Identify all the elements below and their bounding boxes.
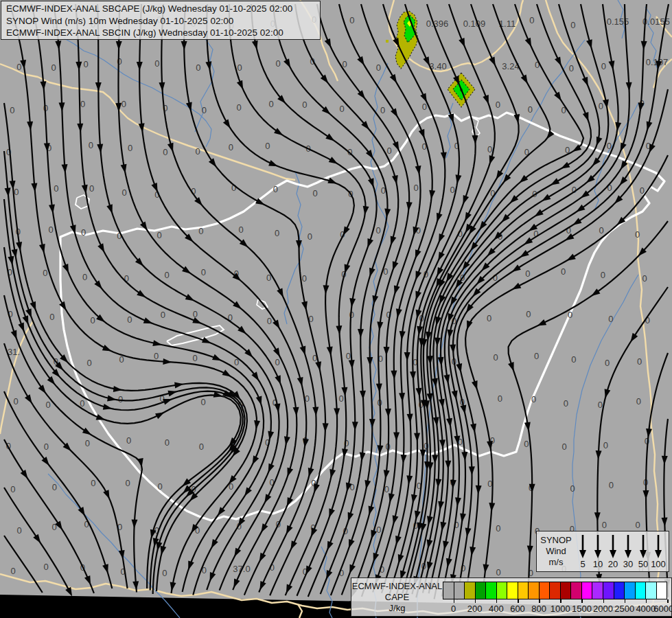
cape-tick-mark — [667, 599, 669, 603]
zero-label: 0 — [561, 266, 566, 277]
wind-speed-item: 50 — [636, 534, 651, 571]
zero-label: 0 — [570, 20, 575, 30]
cape-tick-label: 2500 — [614, 604, 634, 614]
zero-label: 0 — [642, 273, 647, 284]
zero-label: 0 — [302, 273, 307, 284]
cape-tick-mark — [475, 599, 476, 603]
station-value-label: 0.109 — [463, 19, 486, 29]
cape-tick-mark — [625, 599, 626, 603]
cape-tick-mark — [581, 599, 583, 603]
zero-label: 0 — [91, 478, 95, 488]
wind-legend-unit: m/s — [537, 557, 575, 568]
map-canvas: 0000000000000000000000000000000000000000… — [0, 0, 672, 618]
zero-label: 0 — [192, 353, 197, 363]
zero-label: 0 — [154, 58, 159, 69]
zero-label: 0 — [487, 144, 492, 154]
zero-label: 0 — [267, 316, 272, 326]
cape-color-cell — [454, 582, 465, 599]
zero-label: 0 — [196, 62, 200, 73]
zero-label: 0 — [121, 99, 126, 109]
zero-label: 0 — [313, 188, 318, 198]
zero-label: 0 — [83, 59, 88, 69]
wind-arrow-icon — [636, 534, 651, 560]
cape-tick-label: 800 — [531, 604, 546, 614]
wind-speed-label: 30 — [621, 560, 636, 569]
zero-label: 0 — [346, 351, 351, 361]
cape-color-cell — [636, 582, 647, 599]
zero-label: 0 — [528, 104, 533, 115]
zero-label: 0 — [564, 398, 568, 409]
zero-label: 0 — [571, 354, 576, 365]
zero-label: 0 — [89, 183, 94, 194]
cape-color-cell — [507, 582, 518, 599]
zero-label: 0 — [163, 147, 167, 157]
cape-legend: ECMWF-INDEX-ANAL CAPE J/kg 0200400600800… — [351, 577, 672, 617]
zero-label: 0 — [162, 568, 167, 578]
zero-label: 0 — [487, 313, 491, 323]
zero-label: 0 — [349, 15, 354, 25]
zero-label: 0 — [127, 314, 132, 325]
zero-label: 0 — [598, 400, 603, 410]
cape-color-cell — [646, 582, 657, 599]
zero-label: 0 — [422, 102, 427, 112]
cape-color-cell — [476, 582, 487, 599]
zero-label: 0 — [273, 184, 278, 194]
cape-color-cell — [571, 582, 582, 599]
zero-label: 0 — [531, 394, 536, 404]
wind-arrow-icon — [651, 534, 666, 560]
wind-arrow-icon — [621, 534, 636, 560]
zero-label: 0 — [599, 225, 603, 236]
zero-label: 0 — [43, 268, 47, 278]
zero-label: 0 — [608, 314, 613, 324]
zero-label: 0 — [128, 143, 132, 153]
station-value-label: 31. — [8, 347, 20, 357]
zero-label: 0 — [529, 15, 534, 25]
wind-speed-item: 5 — [575, 534, 590, 571]
title-panel: ECMWF-INDEX-ANAL SBCAPE (J/kg) Wednesday… — [1, 1, 321, 40]
zero-label: 0 — [81, 227, 86, 238]
zero-label: 0 — [635, 229, 640, 240]
zero-label: 0 — [118, 394, 123, 404]
zero-label: 0 — [414, 183, 419, 193]
zero-label: 0 — [339, 393, 344, 404]
wind-legend-source: SYNOP — [537, 535, 575, 546]
wind-speed-scale: 510203050100 — [575, 531, 669, 571]
zero-label: 0 — [14, 187, 19, 197]
zero-label: 0 — [276, 58, 281, 69]
cape-tick-label: 2000 — [593, 604, 613, 614]
zero-label: 0 — [202, 105, 207, 115]
wind-speed-item: 30 — [621, 534, 636, 571]
wind-legend-title: SYNOP Wind m/s — [537, 531, 575, 571]
zero-label: 0 — [339, 104, 344, 114]
zero-label: 0 — [11, 566, 16, 576]
cape-color-cell — [497, 582, 508, 599]
zero-label: 0 — [85, 438, 90, 448]
wind-arrow-icon — [575, 534, 590, 560]
zero-label: 0 — [117, 56, 121, 67]
zero-label: 0 — [51, 522, 56, 532]
zero-label: 0 — [46, 400, 51, 410]
zero-label: 0 — [154, 351, 159, 361]
zero-label: 0 — [275, 228, 279, 238]
zero-label: 0 — [87, 358, 92, 368]
zero-label: 0 — [52, 482, 57, 492]
zero-label: 0 — [199, 442, 204, 452]
cape-tick-label: 200 — [467, 604, 483, 614]
cape-color-cell — [443, 582, 454, 599]
cape-color-cell — [561, 582, 572, 599]
zero-label: 0 — [275, 357, 280, 367]
zero-label: 0 — [195, 146, 200, 157]
zero-label: 0 — [158, 481, 163, 492]
zero-label: 0 — [265, 141, 270, 151]
cape-legend-source: ECMWF-INDEX-ANAL — [351, 581, 443, 592]
wind-speed-item: 20 — [605, 534, 621, 571]
zero-label: 0 — [236, 102, 241, 113]
zero-label: 0 — [376, 525, 381, 535]
zero-label: 0 — [121, 187, 126, 198]
zero-label: 0 — [496, 100, 500, 110]
zero-label: 0 — [157, 230, 161, 240]
cape-tick-label: 400 — [489, 604, 504, 614]
zero-label: 0 — [568, 310, 572, 320]
zero-label: 0 — [54, 183, 58, 194]
zero-label: 0 — [607, 141, 612, 151]
